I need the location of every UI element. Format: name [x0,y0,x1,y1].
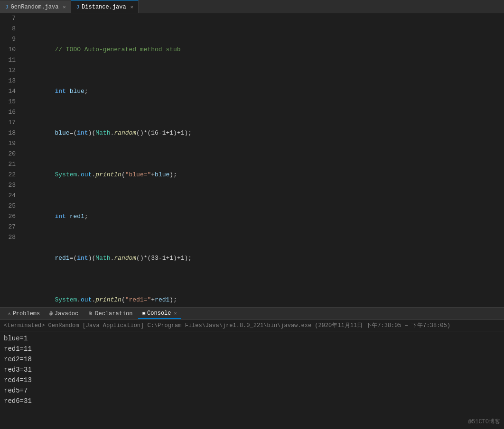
tab-close-distance[interactable]: ✕ [131,4,133,10]
code-line-12: System.out.println("red1="+red1); [23,295,504,305]
tab-icon-gen-random: J [5,4,9,10]
code-content[interactable]: // TODO Auto-generated method stub int b… [21,13,504,307]
line-num-11: 11 [4,55,16,65]
line-num-25: 25 [4,201,16,211]
tab-gen-random[interactable]: J GenRandom.java ✕ [0,0,71,13]
declaration-icon: 🗎 [88,310,93,317]
line-num-15: 15 [4,97,16,107]
tab-bar: J GenRandom.java ✕ J Distance.java ✕ [0,0,504,13]
panel-tab-bar: ⚠ Problems @ Javadoc 🗎 Declaration ▣ Con… [0,308,504,320]
output-red4: red4=13 [4,375,500,385]
panel-tab-declaration-label: Declaration [95,310,132,317]
console-output: blue=1 red1=11 red2=18 red3=31 red4=13 r… [0,331,504,429]
panel-tab-declaration[interactable]: 🗎 Declaration [84,309,136,319]
code-container: 7 8 9 10 11 12 13 14 15 16 17 18 19 20 2… [0,13,504,307]
line-numbers: 7 8 9 10 11 12 13 14 15 16 17 18 19 20 2… [0,13,21,307]
panel-tab-console[interactable]: ▣ Console ✕ [138,309,180,319]
tab-close-gen-random[interactable]: ✕ [63,4,65,10]
line-num-27: 27 [4,222,16,232]
line-num-14: 14 [4,86,16,97]
problems-icon: ⚠ [8,310,11,317]
code-line-7: int blue; [23,86,504,97]
code-line-8: blue=(int)(Math.random()*(16-1+1)+1); [23,128,504,138]
code-line-10: int red1; [23,211,504,222]
line-num-21: 21 [4,159,16,170]
output-red2: red2=18 [4,354,500,365]
line-num-28: 28 [4,232,16,243]
code-line-9: System.out.println("blue="+blue); [23,170,504,180]
console-tab-close[interactable]: ✕ [174,310,177,316]
console-icon: ▣ [142,310,145,316]
line-num-10: 10 [4,45,16,55]
line-num-16: 16 [4,107,16,118]
line-num-24: 24 [4,191,16,201]
watermark: @51CTO博客 [468,417,500,427]
console-header: <terminated> GenRandom [Java Application… [0,320,504,331]
output-blue: blue=1 [4,333,500,344]
tab-label-gen-random: GenRandom.java [11,4,59,10]
panel-tab-javadoc-label: Javadoc [55,310,78,317]
editor-area: 7 8 9 10 11 12 13 14 15 16 17 18 19 20 2… [0,13,504,307]
line-num-18: 18 [4,128,16,138]
output-red1: red1=11 [4,344,500,354]
panel-tab-console-label: Console [147,310,171,317]
line-num-8: 8 [4,24,16,34]
code-line-11: red1=(int)(Math.random()*(33-1+1)+1); [23,253,504,264]
panel-tab-problems[interactable]: ⚠ Problems [4,309,44,319]
line-num-22: 22 [4,170,16,180]
output-red3: red3=31 [4,365,500,375]
panel-tab-javadoc[interactable]: @ Javadoc [46,309,82,319]
output-red6: red6=31 [4,396,500,406]
tab-label-distance: Distance.java [82,4,126,10]
panel-tab-problems-label: Problems [13,310,40,317]
line-num-9: 9 [4,34,16,45]
line-num-17: 17 [4,118,16,128]
line-num-20: 20 [4,149,16,159]
line-num-12: 12 [4,65,16,76]
line-num-23: 23 [4,180,16,191]
tab-icon-distance: J [76,4,79,10]
code-line-comment: // TODO Auto-generated method stub [23,45,504,55]
javadoc-icon: @ [49,311,53,317]
line-num-7: 7 [4,13,16,24]
line-num-19: 19 [4,138,16,149]
line-num-26: 26 [4,211,16,222]
output-red5: red5=7 [4,385,500,396]
tab-distance[interactable]: J Distance.java ✕ [71,0,138,13]
console-header-text: <terminated> GenRandom [Java Application… [4,322,450,329]
bottom-panel: ⚠ Problems @ Javadoc 🗎 Declaration ▣ Con… [0,307,504,429]
line-num-13: 13 [4,76,16,86]
